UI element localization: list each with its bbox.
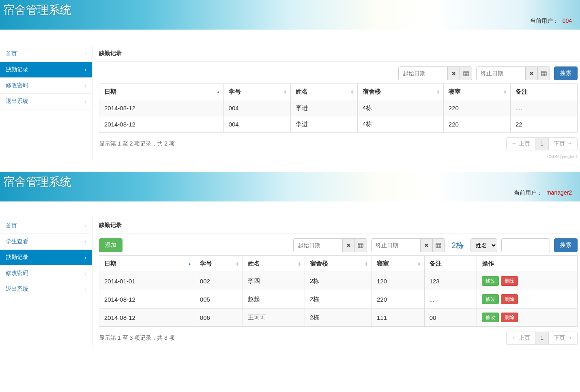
- sidebar-item-students[interactable]: 学生查看 ›: [0, 234, 92, 250]
- calendar-icon[interactable]: [354, 239, 367, 252]
- sidebar-item-logout[interactable]: 退出系统 ›: [0, 281, 92, 297]
- view-student: 宿舍管理系统 当前用户： 004 首页 › 缺勤记录 › 修改密码 › 退出系统…: [0, 0, 580, 160]
- cell-name: 李四: [243, 272, 305, 290]
- view-manager: 宿舍管理系统 当前用户： manager2 首页 › 学生查看 › 缺勤记录 ›…: [0, 172, 580, 347]
- page-number-button[interactable]: 1: [535, 332, 549, 345]
- sidebar: 首页 › 学生查看 › 缺勤记录 › 修改密码 › 退出系统 ›: [0, 218, 92, 347]
- sort-icon: ▲▼: [284, 90, 287, 94]
- col-room[interactable]: 寝室 ▲▼: [372, 256, 425, 272]
- col-room[interactable]: 寝室 ▲▼: [443, 84, 510, 100]
- end-date-input[interactable]: [372, 239, 420, 252]
- chevron-right-icon: ›: [84, 238, 86, 245]
- cell-actions: 修改 删除: [477, 272, 578, 290]
- col-name[interactable]: 姓名 ▲▼: [243, 256, 305, 272]
- page-number-button[interactable]: 1: [535, 137, 549, 150]
- user-label: 当前用户：: [530, 17, 559, 24]
- calendar-icon[interactable]: [537, 67, 550, 80]
- sidebar-item-label: 首页: [6, 222, 17, 229]
- edit-button[interactable]: 修改: [482, 276, 499, 286]
- search-button[interactable]: 搜索: [554, 66, 578, 80]
- delete-button[interactable]: 删除: [501, 313, 518, 322]
- col-sno[interactable]: 学号 ▲▼: [223, 84, 290, 100]
- cell-building: 2栋: [305, 290, 372, 308]
- table-row: 2014-08-12 004 李进 4栋 220 22: [99, 116, 578, 133]
- col-remark: 备注: [510, 84, 577, 100]
- delete-button[interactable]: 删除: [501, 294, 518, 304]
- col-building[interactable]: 宿舍楼 ▲▼: [357, 84, 443, 100]
- clear-icon[interactable]: ✖: [342, 239, 354, 252]
- cell-sno: 004: [223, 100, 290, 116]
- sidebar-item-home[interactable]: 首页 ›: [0, 218, 92, 234]
- filter-input[interactable]: [501, 238, 550, 252]
- table-row: 2014-01-01 002 李四 2栋 120 123 修改 删除: [99, 272, 578, 290]
- start-date-input[interactable]: [294, 239, 342, 252]
- sidebar-item-password[interactable]: 修改密码 ›: [0, 266, 92, 281]
- sidebar-item-absence[interactable]: 缺勤记录 ›: [0, 62, 92, 78]
- cell-remark: 00: [424, 308, 477, 327]
- cell-building: 4栋: [357, 100, 443, 116]
- next-page-button[interactable]: 下页 →: [549, 137, 578, 150]
- main-content: 缺勤记录 添加 ✖ ✖: [92, 218, 580, 347]
- sidebar-item-home[interactable]: 首页 ›: [0, 46, 92, 62]
- cell-sno: 004: [223, 116, 290, 133]
- cell-room: 111: [372, 308, 425, 327]
- add-button[interactable]: 添加: [99, 238, 122, 252]
- edit-button[interactable]: 修改: [482, 294, 499, 304]
- col-date[interactable]: 日期 ▲: [99, 256, 195, 272]
- cell-sno: 002: [195, 272, 243, 290]
- chevron-right-icon: ›: [84, 270, 86, 276]
- chevron-right-icon: ›: [84, 66, 86, 73]
- sort-icon: ▲▼: [350, 90, 354, 94]
- user-id: 004: [563, 17, 572, 24]
- calendar-icon[interactable]: [432, 239, 445, 252]
- cell-date: 2014-01-01: [99, 272, 195, 290]
- next-page-button[interactable]: 下页 →: [549, 332, 578, 345]
- col-building[interactable]: 宿舍楼 ▲▼: [305, 256, 372, 272]
- search-button[interactable]: 搜索: [554, 238, 578, 252]
- clear-icon[interactable]: ✖: [525, 67, 537, 80]
- chevron-right-icon: ›: [84, 254, 86, 261]
- clear-icon[interactable]: ✖: [447, 67, 460, 80]
- start-date-group: ✖: [398, 66, 472, 80]
- cell-remark: 123: [424, 272, 477, 290]
- cell-date: 2014-08-12: [99, 100, 224, 116]
- table-row: 2014-08-12 006 王珂珂 2栋 111 00 修改 删除: [99, 308, 578, 327]
- filter-select[interactable]: 姓名: [470, 238, 497, 252]
- cell-name: 李进: [290, 116, 357, 133]
- cell-remark: 22: [510, 116, 577, 133]
- watermark: CSDN @regford: [97, 153, 580, 160]
- sort-icon: ▲: [188, 263, 191, 265]
- table-header-row: 日期 ▲ 学号 ▲▼ 姓名 ▲▼: [99, 256, 578, 272]
- calendar-icon[interactable]: [460, 67, 472, 80]
- sidebar-item-password[interactable]: 修改密码 ›: [0, 78, 92, 94]
- edit-button[interactable]: 修改: [482, 313, 499, 322]
- start-date-input[interactable]: [399, 67, 447, 80]
- delete-button[interactable]: 删除: [501, 276, 518, 286]
- cell-date: 2014-08-12: [99, 116, 224, 133]
- col-actions: 操作: [477, 256, 578, 272]
- col-date[interactable]: 日期 ▲: [99, 84, 224, 100]
- panel-title: 缺勤记录: [97, 218, 580, 233]
- chevron-right-icon: ›: [84, 286, 86, 292]
- end-date-group: ✖: [476, 66, 550, 80]
- sidebar-item-absence[interactable]: 缺勤记录 ›: [0, 250, 92, 266]
- cell-room: 220: [443, 116, 510, 133]
- cell-room: 120: [372, 272, 425, 290]
- clear-icon[interactable]: ✖: [420, 239, 432, 252]
- prev-page-button[interactable]: ← 上页: [506, 332, 535, 345]
- end-date-input[interactable]: [477, 67, 525, 80]
- table-footer: 显示第 1 至 2 项记录，共 2 项 ← 上页 1 下页 →: [97, 133, 580, 153]
- panel-title: 缺勤记录: [97, 46, 580, 62]
- table-header-row: 日期 ▲ 学号 ▲▼ 姓名 ▲▼: [99, 84, 578, 100]
- sidebar-item-label: 学生查看: [6, 238, 28, 245]
- cell-actions: 修改 删除: [477, 308, 578, 327]
- prev-page-button[interactable]: ← 上页: [506, 137, 535, 150]
- sidebar-item-logout[interactable]: 退出系统 ›: [0, 94, 92, 109]
- cell-remark: ...: [424, 290, 477, 308]
- col-sno[interactable]: 学号 ▲▼: [195, 256, 243, 272]
- col-name[interactable]: 姓名 ▲▼: [290, 84, 357, 100]
- sort-icon: ▲▼: [417, 261, 421, 266]
- cell-date: 2014-08-12: [99, 308, 195, 327]
- toolbar: 添加 ✖ ✖: [97, 233, 580, 255]
- cell-building: 4栋: [357, 116, 443, 133]
